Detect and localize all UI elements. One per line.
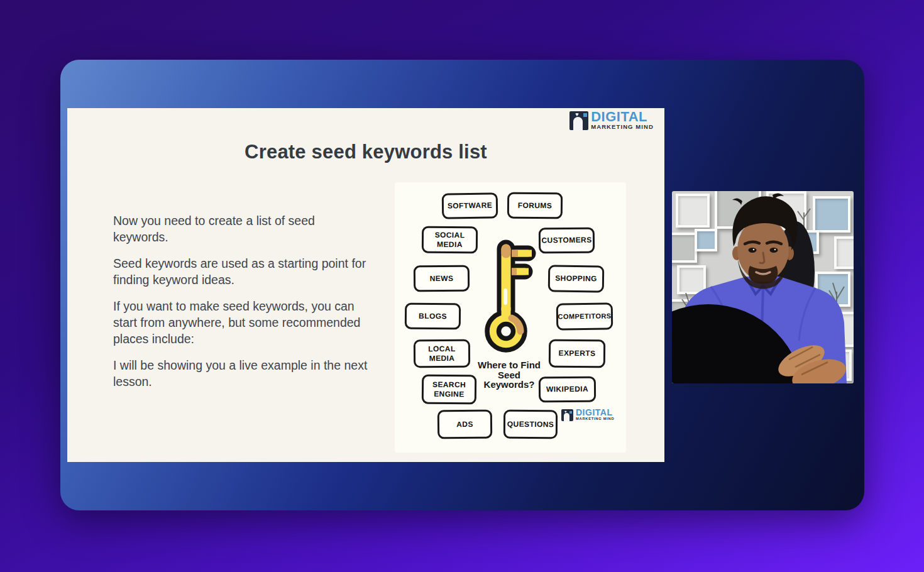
head-silhouette-icon: [564, 413, 569, 421]
slide: ♥ DIGITAL MARKETING MIND Create seed key…: [67, 108, 664, 462]
diagram-brand-logo: ♥ DIGITAL MARKETING MIND: [561, 409, 614, 421]
source-box-label: BLOGS: [419, 312, 447, 321]
source-box-label: EXPERTS: [559, 349, 596, 358]
source-box-competitors: COMPETITORS: [556, 302, 613, 330]
source-box-shopping: SHOPPING: [548, 265, 605, 292]
keyword-sources-diagram: SOFTWARE FORUMS SOCIAL MEDIA CUSTOMERS N…: [395, 182, 626, 453]
brand-logo: ♥ DIGITAL MARKETING MIND: [569, 111, 654, 130]
source-box-label: NEWS: [430, 274, 454, 283]
source-box-blogs: BLOGS: [405, 303, 461, 330]
source-box-label: QUESTIONS: [507, 420, 554, 429]
source-box-local-media: LOCAL MEDIA: [414, 339, 470, 368]
slide-title: Create seed keywords list: [67, 141, 664, 163]
center-label-line: Seed: [469, 370, 549, 380]
source-box-label: COMPETITORS: [558, 312, 611, 321]
source-box-label: SOCIAL MEDIA: [426, 231, 473, 249]
source-box-label: SOFTWARE: [448, 201, 492, 211]
brand-head-icon: ♥: [561, 409, 573, 421]
brand-name: DIGITAL: [591, 111, 654, 123]
chip-icon: [583, 113, 587, 117]
slide-paragraph: If you want to make seed keywords, you c…: [113, 298, 368, 347]
key-icon: [483, 239, 537, 356]
presenter-figure: [672, 191, 854, 383]
slide-paragraph: Now you need to create a list of seed ke…: [113, 212, 368, 245]
head-silhouette-icon: [573, 117, 583, 130]
presentation-card: ♥ DIGITAL MARKETING MIND Create seed key…: [60, 60, 864, 510]
source-box-news: NEWS: [414, 265, 470, 292]
source-box-customers: CUSTOMERS: [539, 228, 595, 254]
source-box-social-media: SOCIAL MEDIA: [422, 226, 478, 254]
source-box-ads: ADS: [437, 410, 492, 439]
center-label-line: Where to Find: [469, 360, 549, 370]
slide-paragraph: Seed keywords are used as a starting poi…: [113, 255, 368, 288]
source-box-experts: EXPERTS: [549, 339, 605, 368]
slide-body: Now you need to create a list of seed ke…: [113, 212, 368, 400]
center-label-line: Keywords?: [469, 380, 549, 390]
slide-paragraph: I will be showing you a live example in …: [113, 357, 368, 390]
brand-tagline: MARKETING MIND: [591, 123, 654, 130]
source-box-software: SOFTWARE: [442, 192, 498, 219]
source-box-label: ADS: [456, 420, 473, 429]
source-box-questions: QUESTIONS: [503, 410, 558, 439]
brand-head-icon: ♥: [569, 111, 588, 130]
source-box-label: LOCAL MEDIA: [418, 344, 466, 363]
source-box-label: WIKIPEDIA: [546, 385, 588, 394]
brand-tagline: MARKETING MIND: [576, 417, 614, 421]
source-box-label: CUSTOMERS: [541, 236, 591, 245]
source-box-forums: FORUMS: [507, 192, 563, 219]
source-box-label: SEARCH ENGINE: [426, 380, 472, 399]
page-background: { "slide": { "title": "Create seed keywo…: [0, 0, 924, 572]
source-box-label: SHOPPING: [555, 274, 597, 283]
presenter-webcam: [672, 191, 854, 383]
chip-icon: [569, 411, 572, 414]
source-box-label: FORUMS: [518, 201, 553, 211]
diagram-center-label: Where to Find Seed Keywords?: [469, 360, 549, 390]
brand-name: DIGITAL: [576, 409, 614, 417]
